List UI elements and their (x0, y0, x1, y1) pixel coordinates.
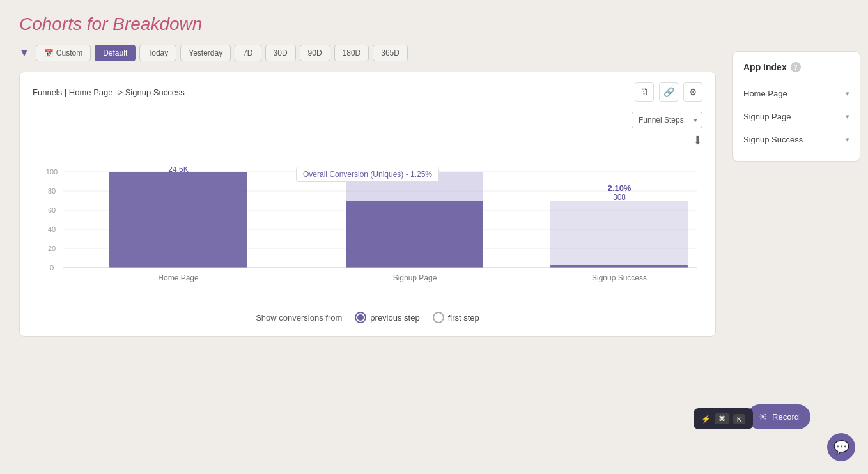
app-index-item-label: Signup Page (743, 112, 791, 121)
radio-first-indicator (433, 312, 444, 323)
download-btn[interactable]: ⬇ (693, 134, 702, 148)
svg-text:0: 0 (50, 264, 54, 271)
help-icon[interactable]: ? (791, 62, 801, 72)
svg-text:60: 60 (48, 206, 56, 214)
svg-text:Signup Page: Signup Page (393, 273, 437, 282)
conversion-from-label: Show conversions from (256, 313, 342, 323)
app-index-item-signup-success[interactable]: Signup Success ▾ (743, 128, 849, 151)
svg-text:Home Page: Home Page (158, 273, 199, 282)
date-btn-30d[interactable]: 30D (265, 45, 296, 61)
radio-previous-indicator (355, 312, 366, 323)
chart-title: Funnels | Home Page -> Signup Success (33, 88, 185, 97)
svg-text:40: 40 (48, 226, 56, 233)
keyboard-shortcut[interactable]: ⚡ ⌘ K (694, 408, 753, 429)
calendar-icon: 📅 (44, 49, 54, 57)
chart-card: Funnels | Home Page -> Signup Success 🗓 … (19, 72, 716, 337)
link-btn[interactable]: 🔗 (659, 82, 678, 102)
date-btn-yesterday[interactable]: Yesterday (180, 45, 231, 61)
svg-text:80: 80 (48, 187, 56, 195)
chart-svg-wrapper: 100 80 60 40 20 0 100.00% 24.6K (39, 167, 696, 296)
record-label: Record (772, 412, 799, 422)
chevron-down-icon: ▾ (846, 135, 849, 144)
radio-first-label: first step (448, 313, 479, 323)
svg-rect-19 (550, 201, 688, 268)
svg-text:Signup Success: Signup Success (592, 273, 647, 282)
date-btn-today[interactable]: Today (139, 45, 176, 61)
svg-text:100: 100 (46, 168, 58, 176)
app-index-header: App Index ? (743, 62, 849, 72)
chevron-down-icon: ▾ (846, 89, 849, 98)
lightning-icon: ⚡ (701, 415, 711, 424)
date-btn-7d[interactable]: 7D (235, 45, 261, 61)
overall-conversion-badge: Overall Conversion (Uniques) - 1.25% (296, 167, 439, 182)
app-index-item-label: Signup Success (743, 135, 803, 144)
funnel-steps-select[interactable]: Funnel Steps (632, 112, 702, 128)
svg-text:20: 20 (48, 245, 56, 252)
filter-icon[interactable]: ▼ (19, 47, 29, 59)
conversion-row: Show conversions from previous step firs… (33, 312, 702, 323)
svg-text:2.10%: 2.10% (608, 183, 632, 193)
record-button[interactable]: ✳ Record (747, 404, 810, 429)
cmd-key: ⌘ (715, 413, 729, 424)
chat-icon: 💬 (833, 440, 849, 455)
page-title: Cohorts for Breakdown (0, 0, 868, 45)
chevron-down-icon: ▾ (846, 112, 849, 121)
app-index-title: App Index (743, 62, 787, 72)
controls-top-row: Funnel Steps ⬇ (33, 112, 702, 148)
calendar-view-btn[interactable]: 🗓 (635, 82, 654, 102)
chart-header-actions: 🗓 🔗 ⚙ (635, 82, 702, 102)
app-index-item-homepage[interactable]: Home Page ▾ (743, 82, 849, 105)
date-btn-180d[interactable]: 180D (334, 45, 369, 61)
radio-previous-label: previous step (370, 313, 419, 323)
svg-text:308: 308 (613, 193, 626, 202)
chart-area: Overall Conversion (Uniques) - 1.25% 100… (33, 167, 702, 296)
app-index-item-label: Home Page (743, 89, 787, 98)
settings-btn[interactable]: ⚙ (683, 82, 702, 102)
app-index-item-signup-page[interactable]: Signup Page ▾ (743, 105, 849, 128)
app-index-panel: App Index ? Home Page ▾ Signup Page ▾ Si… (732, 51, 860, 162)
radio-previous-step[interactable]: previous step (355, 312, 419, 323)
svg-rect-16 (346, 201, 483, 268)
date-btn-90d[interactable]: 90D (300, 45, 330, 61)
svg-text:24.6K: 24.6K (168, 167, 188, 174)
record-icon: ✳ (759, 411, 767, 423)
chart-card-header: Funnels | Home Page -> Signup Success 🗓 … (33, 82, 702, 102)
svg-rect-12 (109, 172, 247, 268)
funnel-steps-wrapper[interactable]: Funnel Steps (632, 112, 702, 128)
radio-first-step[interactable]: first step (433, 312, 479, 323)
date-btn-default[interactable]: Default (95, 45, 136, 61)
svg-rect-20 (550, 265, 688, 268)
k-key: K (733, 414, 745, 424)
chat-bubble[interactable]: 💬 (827, 433, 855, 461)
date-btn-custom[interactable]: 📅 Custom (36, 45, 91, 61)
date-btn-365d[interactable]: 365D (373, 45, 408, 61)
